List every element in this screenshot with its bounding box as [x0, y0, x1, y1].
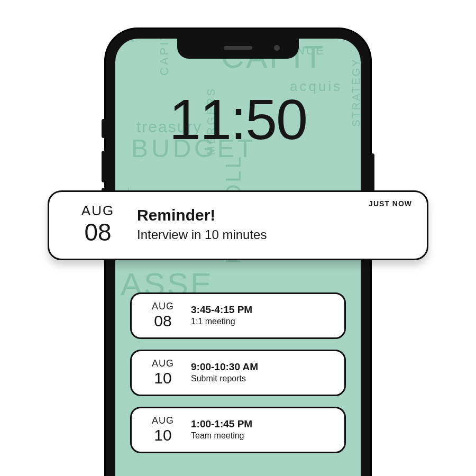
event-time: 3:45-4:15 PM: [191, 304, 334, 316]
event-date: AUG 10: [142, 358, 184, 387]
event-label: Submit reports: [191, 374, 334, 383]
event-card[interactable]: AUG 10 9:00-10:30 AM Submit reports: [130, 350, 346, 396]
camera-icon: [274, 45, 280, 51]
event-time: 9:00-10:30 AM: [191, 361, 334, 373]
notification-title: Reminder!: [137, 206, 410, 224]
notification-date: AUG 08: [66, 203, 130, 246]
event-label: 1:1 meeting: [191, 317, 334, 326]
notification-timestamp: JUST NOW: [369, 199, 412, 208]
event-day: 08: [142, 312, 184, 329]
mute-switch: [102, 119, 106, 138]
notch: [177, 39, 299, 59]
notification-body: Reminder! Interview in 10 minutes: [130, 206, 410, 242]
wallpaper-word: profit: [120, 39, 133, 41]
event-date: AUG 08: [142, 301, 184, 329]
events-list: AUG 08 3:45-4:15 PM 1:1 meeting AUG 10 9…: [130, 292, 346, 464]
event-card[interactable]: AUG 08 3:45-4:15 PM 1:1 meeting: [130, 292, 346, 339]
notification-message: Interview in 10 minutes: [137, 227, 410, 242]
event-body: 3:45-4:15 PM 1:1 meeting: [184, 304, 334, 326]
reminder-notification[interactable]: JUST NOW AUG 08 Reminder! Interview in 1…: [48, 190, 428, 260]
event-time: 1:00-1:45 PM: [191, 418, 334, 430]
wallpaper-word: CAPITAL: [158, 39, 171, 76]
event-month: AUG: [142, 415, 184, 426]
speaker-icon: [224, 46, 252, 50]
event-day: 10: [142, 426, 184, 444]
event-label: Team meeting: [191, 431, 334, 441]
notification-month: AUG: [66, 203, 130, 219]
event-month: AUG: [142, 358, 184, 369]
event-date: AUG 10: [142, 415, 184, 444]
event-day: 10: [142, 369, 184, 387]
event-body: 9:00-10:30 AM Submit reports: [184, 361, 334, 383]
event-body: 1:00-1:45 PM Team meeting: [184, 418, 334, 441]
event-month: AUG: [142, 301, 184, 312]
volume-up-button: [102, 151, 106, 182]
event-card[interactable]: AUG 10 1:00-1:45 PM Team meeting: [130, 407, 346, 453]
lockscreen-clock: 11:50: [115, 86, 361, 152]
notification-day: 08: [66, 219, 130, 246]
